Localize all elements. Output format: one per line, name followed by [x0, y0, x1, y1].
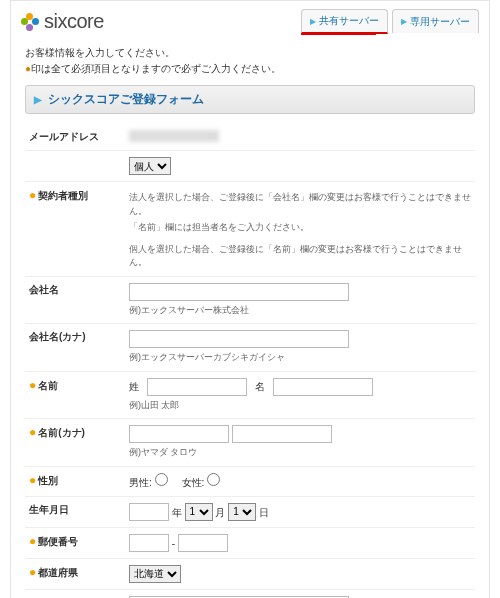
sei-input[interactable]: [147, 378, 247, 396]
header: sixcore ▶ 共有サーバー ▶ 専用サーバー: [11, 1, 489, 33]
required-dot-icon: ●: [29, 565, 36, 579]
postal-1-input[interactable]: [129, 534, 169, 552]
contractor-label: 契約者種別: [38, 190, 88, 201]
app-window: sixcore ▶ 共有サーバー ▶ 専用サーバー お客様情報を入力してください…: [10, 0, 490, 598]
tab-label: 共有サーバー: [319, 14, 379, 28]
name-kana-hint: 例)ヤマダ タロウ: [129, 446, 471, 460]
postal-label: 郵便番号: [38, 536, 78, 547]
company-label: 会社名: [25, 276, 125, 324]
company-kana-hint: 例)エックスサーバーカブシキガイシャ: [129, 351, 471, 365]
name-label: 名前: [38, 380, 58, 391]
name-kana-sei-input[interactable]: [129, 425, 229, 443]
company-hint: 例)エックスサーバー株式会社: [129, 304, 471, 318]
arrow-icon: ▶: [34, 94, 42, 105]
company-input[interactable]: [129, 283, 349, 301]
gender-male-radio[interactable]: [155, 473, 168, 486]
required-dot-icon: ●: [29, 534, 36, 548]
birth-label: 生年月日: [25, 496, 125, 527]
company-kana-label: 会社名(カナ): [25, 324, 125, 372]
mei-label: 名: [255, 380, 265, 394]
day-suffix: 日: [259, 506, 269, 517]
contractor-note: 法人を選択した場合、ご登録後に「会社名」欄の変更はお客様で行うことはできません。: [129, 191, 471, 218]
company-kana-input[interactable]: [129, 330, 349, 348]
intro-line2: 印は全て必須項目となりますので必ずご入力ください。: [31, 63, 281, 74]
mei-input[interactable]: [273, 378, 373, 396]
gender-female-radio[interactable]: [207, 473, 220, 486]
sei-label: 姓: [129, 380, 139, 394]
intro-text: お客様情報を入力してください。 ●印は全て必須項目となりますので必ずご入力くださ…: [25, 45, 475, 77]
registration-form: メールアドレス 個人 ●契約者種別 法人を選択した場合、ご登録後に「会社名」欄の…: [25, 124, 475, 598]
intro-line1: お客様情報を入力してください。: [25, 45, 475, 61]
tab-label: 専用サーバー: [410, 15, 470, 29]
logo: sixcore: [21, 10, 104, 33]
contractor-note: 個人を選択した場合、ご登録後に「名前」欄の変更はお客様で行うことはできません。: [129, 243, 471, 270]
month-suffix: 月: [215, 506, 225, 517]
postal-sep: -: [172, 537, 175, 548]
name-hint: 例)山田 太郎: [129, 399, 471, 413]
required-dot-icon: ●: [29, 378, 36, 392]
year-suffix: 年: [172, 506, 182, 517]
triangle-icon: ▶: [310, 17, 316, 26]
content: お客様情報を入力してください。 ●印は全て必須項目となりますので必ずご入力くださ…: [11, 33, 489, 598]
section-title-text: シックスコアご登録フォーム: [48, 91, 204, 108]
tab-shared-server[interactable]: ▶ 共有サーバー: [301, 9, 388, 34]
required-dot-icon: ●: [29, 188, 36, 202]
section-title: ▶ シックスコアご登録フォーム: [25, 85, 475, 114]
pref-select[interactable]: 北海道: [129, 565, 181, 583]
required-dot-icon: ●: [29, 473, 36, 487]
name-kana-mei-input[interactable]: [232, 425, 332, 443]
account-type-select[interactable]: 個人: [129, 157, 171, 175]
logo-text: sixcore: [44, 10, 104, 33]
pref-label: 都道府県: [38, 567, 78, 578]
email-value-redacted: [129, 130, 219, 142]
contractor-note: 「名前」欄には担当者名をご入力ください。: [129, 221, 471, 235]
birth-day-select[interactable]: 1: [228, 503, 256, 521]
required-dot-icon: ●: [29, 425, 36, 439]
gender-male-label: 男性:: [129, 477, 152, 488]
tab-dedicated-server[interactable]: ▶ 専用サーバー: [392, 9, 479, 33]
triangle-icon: ▶: [401, 17, 407, 26]
birth-year-input[interactable]: [129, 503, 169, 521]
postal-2-input[interactable]: [178, 534, 228, 552]
logo-icon: [21, 13, 39, 31]
name-kana-label: 名前(カナ): [38, 427, 85, 438]
gender-label: 性別: [38, 475, 58, 486]
email-label: メールアドレス: [25, 124, 125, 151]
server-tabs: ▶ 共有サーバー ▶ 専用サーバー: [301, 9, 479, 33]
birth-month-select[interactable]: 1: [185, 503, 213, 521]
gender-female-label: 女性:: [182, 477, 205, 488]
